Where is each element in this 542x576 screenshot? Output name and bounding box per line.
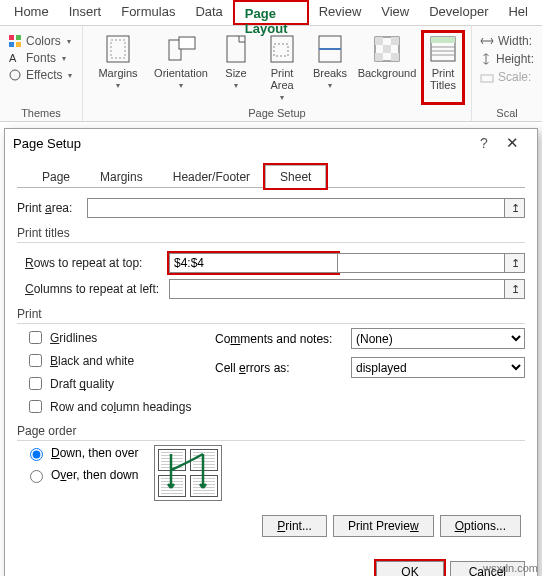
tab-developer[interactable]: Developer [419,0,498,25]
themes-colors-label: Colors [26,34,61,48]
group-label-themes: Themes [6,105,76,119]
svg-rect-0 [9,35,14,40]
themes-colors[interactable]: Colors ▾ [8,34,74,48]
cell-errors-label: Cell errors as: [215,361,345,375]
ribbon-body: Colors ▾ A Fonts ▾ Effects ▾ Themes Marg… [0,26,542,122]
tab-data[interactable]: Data [185,0,232,25]
themes-fonts-label: Fonts [26,51,56,65]
dialog-title: Page Setup [13,136,473,151]
chk-gridlines[interactable]: Gridlines [25,328,197,347]
group-label-pagesetup: Page Setup [89,105,465,119]
chevron-down-icon: ▾ [67,37,71,46]
ribbon-tabs: Home Insert Formulas Data Page Layout Re… [0,0,542,26]
margins-icon [103,34,133,64]
print-area-range-button[interactable]: ↥ [505,198,525,218]
group-page-setup: Margins ▾ Orientation ▾ Size ▾ PrintArea… [83,26,472,121]
scale-icon [480,70,494,84]
btn-breaks[interactable]: Breaks ▾ [307,30,353,105]
chk-draft[interactable]: Draft quality [25,374,197,393]
btn-print-preview[interactable]: Print Preview [333,515,434,537]
rows-repeat-extend[interactable] [338,253,506,273]
cols-repeat-label: Columns to repeat at left: [17,282,169,296]
svg-rect-3 [16,42,21,47]
group-scale: Width: Height: Scale: Scal [472,26,542,121]
comments-select[interactable]: (None) [351,328,525,349]
btn-orientation[interactable]: Orientation ▾ [149,30,213,105]
dlg-tab-sheet[interactable]: Sheet [265,165,326,188]
print-area-label: Print area: [17,201,87,215]
svg-rect-2 [9,42,14,47]
print-titles-section-label: Print titles [17,226,525,240]
svg-rect-6 [107,36,129,62]
svg-rect-17 [391,37,399,45]
svg-rect-22 [431,37,455,43]
chk-row-col-headings[interactable]: Row and column headings [25,397,197,416]
comments-label: Comments and notes: [215,332,345,346]
size-icon [221,34,251,64]
print-area-input[interactable] [87,198,505,218]
chk-black-white[interactable]: Black and white [25,351,197,370]
svg-rect-10 [227,36,245,62]
chevron-down-icon: ▾ [116,81,120,90]
tab-review[interactable]: Review [309,0,372,25]
chevron-down-icon: ▾ [179,81,183,90]
page-order-diagram [154,445,222,501]
btn-background[interactable]: Background [355,30,419,105]
dlg-tab-header-footer[interactable]: Header/Footer [158,165,265,188]
watermark: wsxdn.com [483,562,538,574]
print-titles-icon [428,34,458,64]
errors-select[interactable]: displayed [351,357,525,378]
scale-scale: Scale: [480,70,534,84]
tab-page-layout[interactable]: Page Layout [233,0,309,25]
close-button[interactable]: ✕ [495,134,529,152]
chevron-down-icon: ▾ [62,54,66,63]
help-button[interactable]: ? [473,135,495,151]
tab-help[interactable]: Hel [498,0,538,25]
page-setup-dialog: Page Setup ? ✕ Page Margins Header/Foote… [4,128,538,576]
rows-range-button[interactable]: ↥ [505,253,525,273]
svg-rect-1 [16,35,21,40]
svg-rect-7 [111,40,125,58]
tab-view[interactable]: View [371,0,419,25]
radio-down-then-over[interactable]: Down, then over [25,445,138,461]
colors-icon [8,34,22,48]
svg-rect-9 [179,37,195,49]
dialog-tabs: Page Margins Header/Footer Sheet [27,165,525,188]
dlg-tab-page[interactable]: Page [27,165,85,188]
btn-print-area[interactable]: PrintArea ▾ [259,30,305,105]
chevron-down-icon: ▾ [234,81,238,90]
fonts-icon: A [8,51,22,65]
themes-fonts[interactable]: A Fonts ▾ [8,51,74,65]
btn-margins[interactable]: Margins ▾ [89,30,147,105]
themes-effects-label: Effects [26,68,62,82]
chevron-down-icon: ▾ [280,93,284,102]
cols-range-button[interactable]: ↥ [505,279,525,299]
tab-formulas[interactable]: Formulas [111,0,185,25]
dlg-tab-margins[interactable]: Margins [85,165,158,188]
svg-rect-20 [391,53,399,61]
btn-options[interactable]: Options... [440,515,521,537]
scale-height[interactable]: Height: [480,52,534,66]
breaks-icon [315,34,345,64]
svg-rect-12 [274,44,288,56]
background-icon [372,34,402,64]
tab-insert[interactable]: Insert [59,0,112,25]
group-themes: Colors ▾ A Fonts ▾ Effects ▾ Themes [0,26,83,121]
radio-over-then-down[interactable]: Over, then down [25,467,138,483]
themes-effects[interactable]: Effects ▾ [8,68,74,82]
dialog-titlebar: Page Setup ? ✕ [5,129,537,157]
width-icon [480,34,494,48]
svg-rect-16 [375,37,383,45]
btn-print-titles[interactable]: PrintTitles [421,30,465,105]
height-icon [480,52,492,66]
effects-icon [8,68,22,82]
btn-ok[interactable]: OK [376,561,443,576]
print-section-label: Print [17,307,525,321]
btn-size[interactable]: Size ▾ [215,30,257,105]
btn-print[interactable]: Print... [262,515,327,537]
tab-home[interactable]: Home [4,0,59,25]
rows-repeat-input[interactable] [169,253,338,273]
scale-width[interactable]: Width: [480,34,534,48]
cols-repeat-input[interactable] [169,279,505,299]
group-label-scale: Scal [478,105,536,119]
